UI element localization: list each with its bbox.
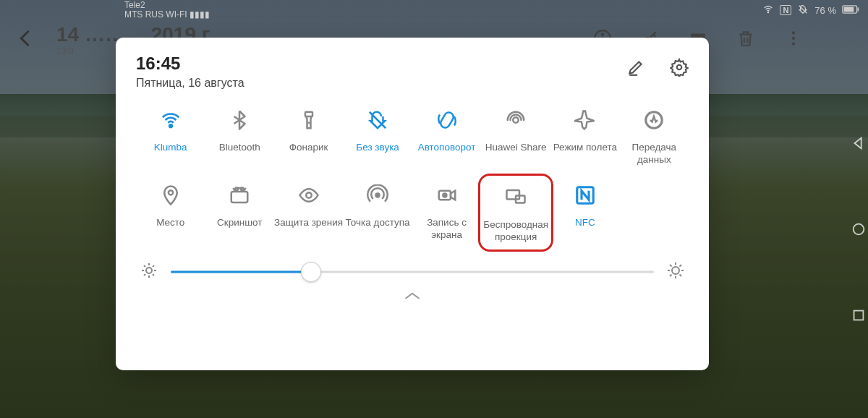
data-icon: [643, 104, 665, 136]
nav-home-icon[interactable]: [851, 221, 867, 240]
expand-chevron[interactable]: [136, 291, 689, 304]
edit-button[interactable]: [626, 58, 645, 80]
nfc-status-icon: N: [780, 5, 791, 15]
svg-rect-18: [305, 112, 312, 116]
svg-line-52: [680, 265, 682, 267]
carrier-2: MTS RUS WI-FI ▮▮▮▮: [124, 10, 762, 20]
svg-point-44: [672, 267, 679, 274]
tile-flashlight[interactable]: Фонарик: [274, 104, 343, 166]
tile-label: Скриншот: [217, 217, 262, 242]
trash-icon[interactable]: [736, 29, 755, 51]
tile-label: Запись с экрана: [412, 217, 481, 242]
tile-share[interactable]: Huawei Share: [481, 104, 550, 166]
back-button[interactable]: [14, 28, 35, 51]
settings-button[interactable]: [670, 58, 689, 80]
tile-label: Bluetooth: [219, 142, 260, 166]
svg-point-28: [306, 192, 312, 198]
eye-icon: [298, 179, 320, 211]
status-bar: Tele2 MTS RUS WI-FI ▮▮▮▮ N 76 %: [0, 0, 868, 20]
tile-label: Беспроводная проекция: [483, 219, 548, 244]
location-icon: [160, 179, 182, 211]
svg-point-29: [376, 194, 380, 197]
svg-point-10: [792, 31, 795, 34]
tile-label: Режим полета: [553, 142, 617, 166]
panel-date: Пятница, 16 августа: [136, 77, 244, 90]
brightness-row: [136, 262, 689, 282]
tile-data[interactable]: Передача данных: [620, 104, 689, 166]
share-icon: [505, 104, 527, 136]
svg-point-22: [513, 117, 519, 123]
tile-rotate[interactable]: Автоповорот: [412, 104, 481, 166]
tile-airplane[interactable]: Режим полета: [550, 104, 619, 166]
tile-cast[interactable]: Беспроводная проекция: [478, 174, 553, 252]
svg-point-17: [169, 124, 172, 127]
svg-line-50: [680, 275, 682, 277]
brightness-high-icon: [667, 262, 684, 282]
nav-recent-icon[interactable]: [851, 307, 867, 326]
quick-settings-panel: 16:45 Пятница, 16 августа KlumbaBluetoot…: [116, 38, 709, 370]
tile-label: Точка доступа: [346, 217, 410, 242]
tile-label: Без звука: [356, 142, 399, 166]
tile-label: Передача данных: [620, 142, 689, 166]
mute-status-icon: [797, 4, 809, 17]
svg-rect-25: [231, 192, 248, 202]
carrier-1: Tele2: [124, 1, 762, 10]
tile-label: Защита зрения: [274, 217, 343, 242]
screenshot-icon: [229, 179, 250, 211]
tile-label: NFC: [575, 217, 595, 242]
mute-icon: [367, 104, 388, 136]
hotspot-icon: [367, 179, 388, 211]
tile-label: Автоповорот: [418, 142, 476, 166]
system-nav-bar: [848, 0, 868, 418]
tile-nfc[interactable]: NFC: [550, 179, 619, 246]
more-icon[interactable]: [784, 29, 803, 51]
bluetooth-icon: [229, 104, 250, 136]
tile-bluetooth[interactable]: Bluetooth: [205, 104, 273, 166]
tiles-grid: KlumbaBluetoothФонарикБез звукаАвтоповор…: [136, 104, 689, 246]
cast-icon: [505, 182, 527, 213]
tile-location[interactable]: Место: [136, 179, 205, 246]
svg-point-7: [602, 34, 603, 35]
svg-line-42: [144, 274, 145, 276]
svg-point-31: [443, 194, 446, 197]
tile-screenshot[interactable]: Скриншот: [205, 179, 273, 246]
svg-line-49: [670, 265, 672, 267]
svg-point-11: [792, 37, 795, 40]
svg-rect-21: [438, 111, 454, 129]
brightness-low-icon: [140, 262, 158, 282]
tile-hotspot[interactable]: Точка доступа: [343, 179, 412, 246]
svg-line-40: [144, 265, 145, 267]
brightness-slider[interactable]: [171, 265, 654, 279]
tile-label: Место: [156, 217, 184, 242]
tile-record[interactable]: Запись с экрана: [412, 179, 481, 246]
tile-mute[interactable]: Без звука: [343, 104, 412, 166]
svg-rect-14: [854, 311, 864, 320]
svg-line-43: [153, 265, 154, 267]
svg-point-0: [768, 12, 769, 12]
wifi-status-icon: [762, 4, 774, 17]
tile-label: Huawei Share: [485, 142, 547, 166]
svg-line-41: [153, 274, 154, 276]
svg-point-13: [854, 224, 864, 235]
tile-label: Фонарик: [289, 142, 328, 166]
tile-eye[interactable]: Защита зрения: [274, 179, 343, 246]
airplane-icon: [574, 104, 596, 136]
nfc-icon: [574, 179, 596, 211]
wifi-icon: [160, 104, 182, 136]
battery-text: 76 %: [814, 5, 836, 16]
tile-wifi[interactable]: Klumba: [136, 104, 205, 166]
svg-line-51: [670, 275, 672, 277]
record-icon: [436, 179, 458, 211]
svg-point-12: [792, 42, 795, 45]
tile-label: Klumba: [154, 142, 187, 166]
flashlight-icon: [298, 104, 320, 136]
svg-point-35: [146, 268, 152, 273]
rotate-icon: [436, 104, 458, 136]
svg-point-16: [677, 65, 682, 70]
nav-back-icon[interactable]: [851, 135, 867, 154]
svg-point-24: [169, 190, 173, 195]
panel-time: 16:45: [136, 54, 244, 74]
